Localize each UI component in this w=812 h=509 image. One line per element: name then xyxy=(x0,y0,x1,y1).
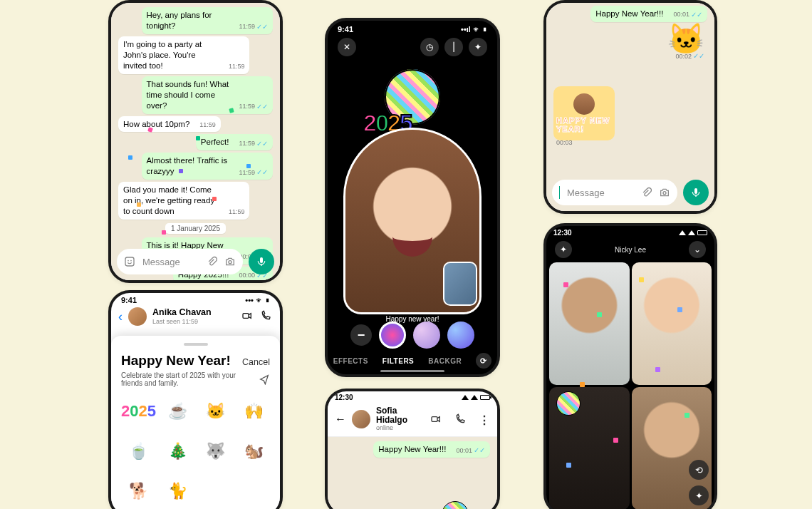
message-time: 00:01 xyxy=(456,447,472,456)
chevron-down-icon[interactable]: ⌄ xyxy=(689,241,706,258)
voice-call-icon[interactable] xyxy=(454,413,466,425)
message-out[interactable]: Hey, any plans for tonight?11:59✓✓ xyxy=(142,7,273,34)
sticker-cat[interactable]: 🐱 xyxy=(199,394,231,428)
sticker-cat2[interactable]: 🐈 xyxy=(162,474,194,508)
svg-rect-5 xyxy=(243,314,249,319)
timer-icon[interactable]: ◷ xyxy=(420,38,439,56)
participant-grid: ⟲ ✦ xyxy=(546,262,714,509)
status-clock: 12:30 xyxy=(553,229,572,237)
tab-effects[interactable]: EFFECTS xyxy=(333,357,368,365)
message-out[interactable]: Happy New Year!!!00:01✓✓ xyxy=(373,441,490,458)
effects-icon[interactable]: ✦ xyxy=(555,241,572,258)
remove-filter-button[interactable]: − xyxy=(350,324,372,346)
filter-carousel[interactable]: − xyxy=(328,322,497,349)
message-out[interactable]: Happy New Year!!!00:01✓✓ xyxy=(590,6,707,22)
attach-icon[interactable] xyxy=(206,256,217,267)
close-icon[interactable]: ✕ xyxy=(338,38,356,56)
sticker-sent[interactable]: 2025 xyxy=(423,501,487,509)
svg-point-2 xyxy=(130,260,132,262)
voice-call-icon[interactable] xyxy=(260,310,273,323)
contact-name[interactable]: Anika Chavan xyxy=(152,308,212,318)
back-icon[interactable]: ‹ xyxy=(118,310,123,323)
message-input[interactable]: Message xyxy=(117,249,243,274)
tab-filters[interactable]: FILTERS xyxy=(382,357,414,365)
camera-icon[interactable] xyxy=(224,256,236,267)
input-placeholder: Message xyxy=(567,187,633,198)
status-bar: 9:41 ••• ᯤ ▮ xyxy=(111,293,280,304)
flip-camera-icon[interactable]: ⟲ xyxy=(689,460,709,480)
read-receipt-icon: ✓✓ xyxy=(693,53,704,60)
avatar[interactable] xyxy=(128,307,147,326)
message-list: Hey, any plans for tonight?11:59✓✓ I'm g… xyxy=(111,3,280,283)
avatar[interactable] xyxy=(352,410,370,428)
voice-record-button[interactable] xyxy=(249,249,274,274)
disco-ball-icon xyxy=(556,391,581,416)
status-bar: 9:41 ••ıl ᯤ ▮ xyxy=(328,21,497,35)
message-time: 11:59 xyxy=(239,140,255,148)
chat-area[interactable]: Happy New Year!!!00:01✓✓ 🐱 00:02✓✓ HAPPY… xyxy=(546,3,714,211)
phone-video-filter: 9:41 ••ıl ᯤ ▮ ✕ ◷ ⎮ ✦ 2025 Happy new yea… xyxy=(325,18,500,377)
message-time: 11:59 xyxy=(229,63,245,71)
read-receipt-icon: ✓✓ xyxy=(256,140,268,148)
remote-pip[interactable] xyxy=(443,262,477,306)
sticker-tree[interactable]: 🎄 xyxy=(162,434,194,468)
voice-record-button[interactable] xyxy=(683,180,709,205)
filter-option[interactable] xyxy=(413,322,440,349)
flash-icon[interactable]: ⎮ xyxy=(444,38,463,56)
sticker-teacup[interactable]: ☕ xyxy=(162,394,194,428)
filter-selected[interactable] xyxy=(379,322,406,349)
message-input[interactable]: Message xyxy=(552,180,677,205)
message-in[interactable]: Glad you made it! Come on in, we're gett… xyxy=(118,182,249,220)
contact-status: online xyxy=(376,425,417,432)
sticker-hny-received[interactable]: HAPPY NEW YEAR! 00:03 xyxy=(553,86,615,146)
more-icon[interactable]: ⋮ xyxy=(479,413,490,425)
svg-rect-0 xyxy=(125,257,134,266)
participant-tile[interactable] xyxy=(549,262,630,385)
svg-rect-8 xyxy=(694,188,697,194)
video-call-icon[interactable] xyxy=(430,413,442,425)
chat-area[interactable]: Happy New Year!!!00:01✓✓ 2025 xyxy=(328,437,497,509)
chat-area[interactable]: Hey, any plans for tonight?11:59✓✓ I'm g… xyxy=(111,3,280,280)
call-top-bar: ✦ Nicky Lee ⌄ xyxy=(546,240,714,262)
svg-point-7 xyxy=(663,192,666,195)
phone-chat-sofia: 12:30 ← Sofia Hidalgo online ⋮ Happy New… xyxy=(325,389,500,509)
filter-option[interactable] xyxy=(447,322,474,349)
refresh-icon[interactable]: ⟳ xyxy=(476,353,491,369)
sticker-wolf[interactable]: 🐺 xyxy=(199,434,231,468)
back-icon[interactable]: ← xyxy=(335,413,346,426)
message-out[interactable]: Perfect!11:59✓✓ xyxy=(196,134,273,150)
camera-icon[interactable] xyxy=(659,187,670,198)
attach-icon[interactable] xyxy=(640,187,652,198)
effects-icon[interactable]: ✦ xyxy=(469,38,487,56)
sticker-icon[interactable] xyxy=(124,256,135,267)
effects-icon[interactable]: ✦ xyxy=(689,485,709,505)
home-indicator xyxy=(380,370,444,372)
sticker-teacup2[interactable]: 🍵 xyxy=(121,434,156,468)
message-time: 11:59 xyxy=(239,103,255,111)
tab-backgrounds[interactable]: BACKGR xyxy=(428,357,462,365)
message-in[interactable]: I'm going to a party at John's place. Yo… xyxy=(118,36,249,74)
contact-name[interactable]: Sofia Hidalgo xyxy=(376,406,417,425)
video-call-icon[interactable] xyxy=(241,310,254,323)
person-icon xyxy=(573,93,595,115)
status-bar: 12:30 xyxy=(546,226,714,240)
sticker-squirrel[interactable]: 🐿️ xyxy=(238,434,270,468)
sheet-handle[interactable] xyxy=(184,343,208,346)
sticker-person[interactable]: 🙌 xyxy=(238,394,270,428)
sticker-2025[interactable]: 2025 xyxy=(121,394,156,428)
compose-bar: Message xyxy=(552,180,709,205)
sticker-cat-sent[interactable]: 🐱 00:02✓✓ xyxy=(650,24,704,81)
sticker-sheet: Happy New Year! Cancel Celebrate the sta… xyxy=(111,336,280,509)
participant-tile[interactable] xyxy=(549,387,630,509)
participant-tile[interactable] xyxy=(632,262,712,385)
read-receipt-icon: ✓✓ xyxy=(691,11,702,19)
message-in[interactable]: How about 10pm?11:59 xyxy=(118,116,221,133)
share-icon[interactable] xyxy=(259,374,270,385)
status-clock: 12:30 xyxy=(335,394,353,401)
cancel-button[interactable]: Cancel xyxy=(242,357,270,367)
cat-sticker-icon: 🐱 xyxy=(667,24,704,54)
message-out[interactable]: Almost there! Traffic is crazyyy11:59✓✓ xyxy=(142,153,273,180)
message-out[interactable]: That sounds fun! What time should I come… xyxy=(142,76,273,114)
status-icons xyxy=(462,394,490,401)
sticker-dog[interactable]: 🐕 xyxy=(121,474,156,508)
